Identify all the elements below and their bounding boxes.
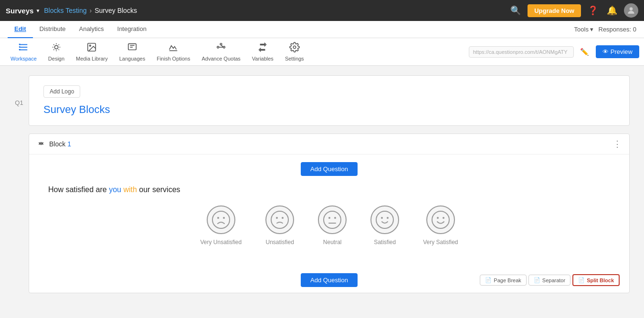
media-library-label: Media Library [76,56,108,62]
svg-point-15 [220,43,222,45]
smiley-satisfied: Satisfied [370,205,399,246]
toolbar: Workspace Design Media Library [0,38,644,66]
question-text: How satisfied are you with our services [48,185,615,194]
help-btn[interactable]: ❓ [586,3,600,18]
toolbar-languages[interactable]: Languages [114,40,151,63]
second-nav: Edit Distribute Analytics Integration To… [0,21,644,38]
svg-point-30 [376,211,393,228]
design-icon [51,42,62,55]
finish-options-icon [168,42,179,55]
svg-rect-6 [19,49,21,51]
variables-icon [257,42,268,55]
separator-btn[interactable]: 📄 Separator [528,275,570,286]
svg-point-20 [212,211,230,228]
toolbar-design[interactable]: Design [42,40,70,63]
survey-container: Add Logo Survey Blocks Block 1 ⋮ [29,75,630,317]
page-break-btn[interactable]: 📄 Page Break [480,275,526,286]
media-library-icon [86,42,97,55]
svg-point-31 [381,217,383,219]
svg-point-26 [324,211,341,228]
languages-icon [127,42,137,55]
smiley-unsatisfied: Unsatisfied [265,205,294,246]
smiley-face-very-unsatisfied [207,205,235,234]
svg-point-16 [223,46,225,48]
svg-point-21 [217,217,219,219]
svg-line-18 [221,45,223,47]
notifications-btn[interactable]: 🔔 [605,3,619,18]
toolbar-workspace[interactable]: Workspace [5,40,42,63]
split-block-label: Split Block [587,277,614,283]
preview-icon: 👁 [602,48,609,55]
surveys-dropdown-btn[interactable]: Surveys ▼ [6,7,40,15]
block-header: Block 1 ⋮ [29,134,629,154]
workspace-label: Workspace [11,56,37,62]
survey-header-card: Add Logo Survey Blocks [29,75,630,126]
svg-point-35 [443,217,444,219]
edit-url-btn[interactable]: ✏️ [578,45,592,59]
block-menu-btn[interactable]: ⋮ [613,139,622,149]
nav-analytics[interactable]: Analytics [72,21,110,38]
settings-label: Settings [285,56,304,62]
responses-count: Responses: 0 [599,26,637,33]
smiley-face-very-satisfied [426,205,455,234]
nav-distribute[interactable]: Distribute [33,21,73,38]
separator-icon: 📄 [534,277,540,283]
variables-label: Variables [252,56,274,62]
toolbar-finish-options[interactable]: Finish Options [151,40,196,63]
question-number-label: Q1 [10,75,29,317]
smiley-label-0: Very Unsatisfied [200,239,242,246]
svg-point-34 [437,217,439,219]
top-nav-right: 🔍 Upgrade Now ❓ 🔔 [508,3,638,18]
block-content: Add Question How satisfied are you with … [29,154,629,267]
smiley-label-3: Satisfied [374,239,396,246]
svg-point-28 [334,217,336,219]
svg-point-24 [276,217,278,219]
preview-btn[interactable]: 👁 Preview [596,45,639,58]
languages-label: Languages [119,56,145,62]
svg-rect-5 [19,46,21,48]
smiley-label-2: Neutral [323,239,342,246]
advance-quotas-label: Advance Quotas [201,56,240,62]
toolbar-settings[interactable]: Settings [279,40,310,63]
smiley-very-satisfied: Very Satisfied [423,205,458,246]
add-question-bottom-btn[interactable]: Add Question [301,273,358,287]
split-block-btn[interactable]: 📄 Split Block [572,274,620,286]
svg-point-27 [328,217,330,219]
svg-point-22 [223,217,225,219]
toolbar-variables[interactable]: Variables [246,40,279,63]
breadcrumb: Blocks Testing › Survey Blocks [44,7,137,14]
second-nav-right: Tools ▾ Responses: 0 [574,26,636,33]
smiley-neutral: Neutral [318,205,347,246]
smiley-very-unsatisfied: Very Unsatisfied [200,205,242,246]
survey-title: Survey Blocks [43,103,615,116]
top-nav-left: Surveys ▼ Blocks Testing › Survey Blocks [6,7,137,15]
advance-quotas-icon [216,42,226,55]
svg-point-19 [293,46,296,49]
svg-point-14 [217,46,219,48]
survey-url-input[interactable] [469,46,574,58]
svg-point-9 [90,45,91,46]
settings-icon [289,42,300,55]
breadcrumb-blocks-testing[interactable]: Blocks Testing [44,7,86,14]
breadcrumb-sep: › [90,7,92,14]
add-question-top-btn[interactable]: Add Question [301,162,358,176]
avatar[interactable] [624,3,638,18]
svg-point-7 [54,45,58,49]
nav-edit[interactable]: Edit [8,21,33,38]
upgrade-btn[interactable]: Upgrade Now [528,4,581,17]
page-break-label: Page Break [494,277,521,283]
toolbar-media-library[interactable]: Media Library [70,40,114,63]
toolbar-advance-quotas[interactable]: Advance Quotas [196,40,246,63]
nav-integration[interactable]: Integration [111,21,153,38]
smiley-face-unsatisfied [265,205,294,234]
smiley-face-neutral [318,205,347,234]
tools-btn[interactable]: Tools ▾ [574,26,594,33]
smiley-label-1: Unsatisfied [265,239,294,246]
design-label: Design [48,56,64,62]
search-btn[interactable]: 🔍 [508,3,523,18]
add-logo-btn[interactable]: Add Logo [43,85,80,98]
page-break-icon: 📄 [485,277,492,283]
separator-label: Separator [542,277,565,283]
surveys-label: Surveys [6,7,33,15]
block-collapse-btn[interactable] [37,139,45,149]
